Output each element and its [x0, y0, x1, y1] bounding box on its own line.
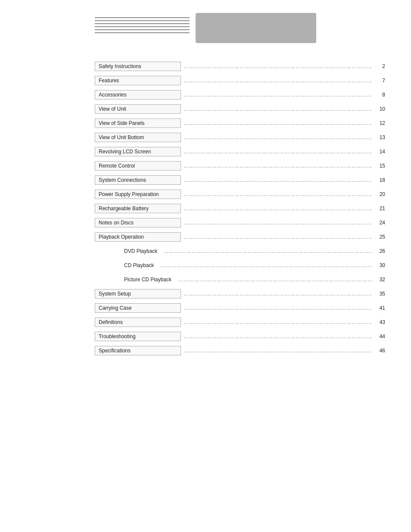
- toc-row-features[interactable]: Features………………………………………………………………………………………: [95, 75, 385, 87]
- toc-page-definitions: 43: [372, 319, 385, 325]
- toc-dots-dvd-playback: ……………………………………………………………………………………………………………: [161, 248, 372, 254]
- toc-row-view-of-unit[interactable]: View of Unit……………………………………………………………………………: [95, 103, 385, 115]
- toc-dots-accessories: ……………………………………………………………………………………………………………: [181, 92, 372, 98]
- toc-page-view-of-unit-bottom: 13: [372, 134, 385, 140]
- toc-label-rechargeable-battery: Rechargeable Battery: [95, 204, 181, 213]
- toc-row-power-supply-preparation[interactable]: Power Supply Preparation……………………………………………: [95, 188, 385, 200]
- header-lines: [95, 17, 190, 33]
- toc-dots-playback-operation: ……………………………………………………………………………………………………………: [181, 234, 372, 240]
- header-line-3: [95, 23, 190, 24]
- toc-page-troubleshooting: 44: [372, 333, 385, 339]
- toc-dots-cd-playback: ……………………………………………………………………………………………………………: [157, 262, 372, 268]
- toc-dots-picture-cd-playback: ……………………………………………………………………………………………………………: [175, 277, 372, 283]
- toc-dots-notes-on-discs: ……………………………………………………………………………………………………………: [181, 220, 372, 226]
- toc-page-safety-instructions: 2: [372, 63, 385, 69]
- toc-page-features: 7: [372, 78, 385, 84]
- toc-row-view-of-side-panels[interactable]: View of Side Panels…………………………………………………………: [95, 117, 385, 129]
- toc-row-system-connections[interactable]: System Connections……………………………………………………………: [95, 174, 385, 186]
- toc-row-remote-control[interactable]: Remote Control………………………………………………………………………: [95, 160, 385, 172]
- toc-page-remote-control: 15: [372, 163, 385, 169]
- toc-label-system-connections: System Connections: [95, 175, 181, 185]
- toc-label-system-setup: System Setup: [95, 289, 181, 299]
- toc-dots-specifications: ……………………………………………………………………………………………………………: [181, 348, 372, 354]
- toc-label-notes-on-discs: Notes on Discs: [95, 218, 181, 227]
- toc-row-troubleshooting[interactable]: Troubleshooting……………………………………………………………………: [95, 330, 385, 342]
- toc-label-cd-playback: CD Playback: [121, 261, 157, 270]
- toc-row-carrying-case[interactable]: Carrying Case…………………………………………………………………………: [95, 302, 385, 314]
- toc-dots-revolving-lcd-screen: ……………………………………………………………………………………………………………: [181, 149, 372, 155]
- toc-dots-carrying-case: ……………………………………………………………………………………………………………: [181, 305, 372, 311]
- toc-label-view-of-unit: View of Unit: [95, 104, 181, 114]
- toc-label-power-supply-preparation: Power Supply Preparation: [95, 190, 181, 199]
- header-line-1: [95, 17, 190, 18]
- toc-page-dvd-playback: 26: [372, 248, 385, 254]
- toc-label-specifications: Specifications: [95, 346, 181, 355]
- toc-dots-features: ……………………………………………………………………………………………………………: [181, 78, 372, 84]
- header-line-6: [95, 32, 190, 33]
- toc-row-accessories[interactable]: Accessories………………………………………………………………………………: [95, 89, 385, 101]
- toc-label-features: Features: [95, 76, 181, 85]
- toc-dots-definitions: ……………………………………………………………………………………………………………: [181, 319, 372, 325]
- toc-row-picture-cd-playback[interactable]: Picture CD Playback…………………………………………………………: [121, 274, 385, 286]
- toc-page-view-of-side-panels: 12: [372, 120, 385, 126]
- toc-page-system-connections: 18: [372, 177, 385, 183]
- toc-page-playback-operation: 25: [372, 234, 385, 240]
- toc-row-rechargeable-battery[interactable]: Rechargeable Battery………………………………………………………: [95, 202, 385, 215]
- header-line-2: [95, 20, 190, 21]
- toc-row-specifications[interactable]: Specifications………………………………………………………………………: [95, 345, 385, 357]
- toc-label-definitions: Definitions: [95, 317, 181, 327]
- toc-page-revolving-lcd-screen: 14: [372, 149, 385, 155]
- toc-dots-rechargeable-battery: ……………………………………………………………………………………………………………: [181, 205, 372, 212]
- toc-dots-system-connections: ……………………………………………………………………………………………………………: [181, 177, 372, 183]
- toc-label-picture-cd-playback: Picture CD Playback: [121, 275, 175, 284]
- toc-row-safety-instructions[interactable]: Safety Instructions…………………………………………………………: [95, 60, 385, 72]
- header-line-5: [95, 29, 190, 30]
- toc-row-dvd-playback[interactable]: DVD Playback……………………………………………………………………………: [121, 245, 385, 257]
- toc-page-view-of-unit: 10: [372, 106, 385, 112]
- toc-label-playback-operation: Playback Operation: [95, 232, 181, 242]
- toc-dots-power-supply-preparation: ……………………………………………………………………………………………………………: [181, 191, 372, 197]
- toc-label-safety-instructions: Safety Instructions: [95, 62, 181, 71]
- toc-row-definitions[interactable]: Definitions………………………………………………………………………………: [95, 316, 385, 328]
- toc-label-troubleshooting: Troubleshooting: [95, 332, 181, 341]
- toc-page-accessories: 8: [372, 92, 385, 98]
- toc-row-playback-operation[interactable]: Playback Operation……………………………………………………………: [95, 231, 385, 243]
- header-gray-box: [196, 13, 316, 43]
- toc-dots-troubleshooting: ……………………………………………………………………………………………………………: [181, 333, 372, 339]
- toc-dots-view-of-side-panels: ……………………………………………………………………………………………………………: [181, 120, 372, 126]
- toc-row-notes-on-discs[interactable]: Notes on Discs………………………………………………………………………: [95, 217, 385, 229]
- toc-dots-system-setup: ……………………………………………………………………………………………………………: [181, 291, 372, 297]
- toc-label-accessories: Accessories: [95, 90, 181, 100]
- toc-dots-view-of-unit: ……………………………………………………………………………………………………………: [181, 106, 372, 112]
- toc-page-rechargeable-battery: 21: [372, 205, 385, 212]
- toc-row-view-of-unit-bottom[interactable]: View of Unit Bottom…………………………………………………………: [95, 131, 385, 143]
- toc-row-cd-playback[interactable]: CD Playback………………………………………………………………………………: [121, 259, 385, 271]
- toc-page-picture-cd-playback: 32: [372, 277, 385, 283]
- header-line-4: [95, 26, 190, 27]
- toc-label-revolving-lcd-screen: Revolving LCD Screen: [95, 147, 181, 156]
- toc-row-revolving-lcd-screen[interactable]: Revolving LCD Screen………………………………………………………: [95, 146, 385, 158]
- toc-dots-safety-instructions: ……………………………………………………………………………………………………………: [181, 63, 372, 69]
- toc-page-notes-on-discs: 24: [372, 220, 385, 226]
- toc-label-remote-control: Remote Control: [95, 161, 181, 171]
- toc-dots-remote-control: ……………………………………………………………………………………………………………: [181, 163, 372, 169]
- toc-label-dvd-playback: DVD Playback: [121, 247, 161, 255]
- toc-row-system-setup[interactable]: System Setup……………………………………………………………………………: [95, 288, 385, 300]
- toc-page-power-supply-preparation: 20: [372, 191, 385, 197]
- toc-page-specifications: 46: [372, 348, 385, 354]
- toc-page-carrying-case: 41: [372, 305, 385, 311]
- toc-dots-view-of-unit-bottom: ……………………………………………………………………………………………………………: [181, 134, 372, 140]
- page: Safety Instructions…………………………………………………………: [0, 13, 411, 532]
- toc-label-carrying-case: Carrying Case: [95, 303, 181, 313]
- toc-page-cd-playback: 30: [372, 262, 385, 268]
- toc-label-view-of-unit-bottom: View of Unit Bottom: [95, 133, 181, 142]
- toc-page-system-setup: 35: [372, 291, 385, 297]
- toc-label-view-of-side-panels: View of Side Panels: [95, 118, 181, 128]
- header-area: [95, 13, 316, 52]
- toc-container: Safety Instructions…………………………………………………………: [95, 60, 385, 357]
